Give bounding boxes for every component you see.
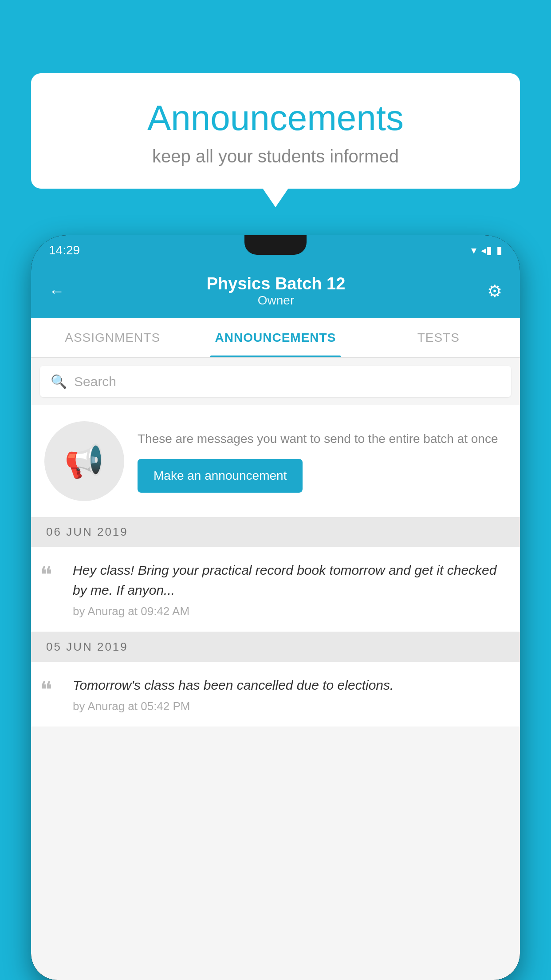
status-time: 14:29 <box>49 243 80 257</box>
status-bar: 14:29 ▾ ◂▮ ▮ <box>31 235 520 265</box>
prompt-description: These are messages you want to send to t… <box>138 430 507 448</box>
settings-icon[interactable]: ⚙ <box>487 281 502 301</box>
make-announcement-button[interactable]: Make an announcement <box>138 459 303 493</box>
tab-announcements[interactable]: ANNOUNCEMENTS <box>194 318 357 357</box>
back-button[interactable]: ← <box>49 282 65 300</box>
tab-bar: ASSIGNMENTS ANNOUNCEMENTS TESTS <box>31 318 520 358</box>
bubble-title: Announcements <box>58 98 493 138</box>
announcement-meta-2: by Anurag at 05:42 PM <box>73 699 507 713</box>
status-icons: ▾ ◂▮ ▮ <box>471 244 502 257</box>
speech-bubble-section: Announcements keep all your students inf… <box>31 73 520 189</box>
megaphone-icon: 📢 <box>64 443 104 480</box>
announcement-text-1: Hey class! Bring your practical record b… <box>73 560 507 618</box>
announcement-prompt-card: 📢 These are messages you want to send to… <box>31 405 520 517</box>
date-separator-2: 05 JUN 2019 <box>31 632 520 662</box>
tab-assignments[interactable]: ASSIGNMENTS <box>31 318 194 357</box>
announcement-item-1[interactable]: ❝ Hey class! Bring your practical record… <box>31 547 520 632</box>
tab-tests[interactable]: TESTS <box>357 318 520 357</box>
notch <box>244 235 307 255</box>
speech-bubble: Announcements keep all your students inf… <box>31 73 520 189</box>
bubble-subtitle: keep all your students informed <box>58 146 493 166</box>
signal-icon: ◂▮ <box>481 244 492 257</box>
date-separator-1: 06 JUN 2019 <box>31 517 520 547</box>
battery-icon: ▮ <box>496 244 502 257</box>
search-bar[interactable]: 🔍 Search <box>40 366 511 397</box>
wifi-icon: ▾ <box>471 244 476 257</box>
announcement-message-1: Hey class! Bring your practical record b… <box>73 560 507 600</box>
announcement-meta-1: by Anurag at 09:42 AM <box>73 605 507 618</box>
app-header: ← Physics Batch 12 Owner ⚙ <box>31 265 520 318</box>
phone-content: 14:29 ▾ ◂▮ ▮ ← Physics Batch 12 Owner ⚙ … <box>31 235 520 980</box>
announcement-message-2: Tomorrow's class has been cancelled due … <box>73 675 507 695</box>
search-input-placeholder[interactable]: Search <box>74 374 116 389</box>
megaphone-circle: 📢 <box>44 421 124 501</box>
header-center: Physics Batch 12 Owner <box>207 274 346 308</box>
prompt-right: These are messages you want to send to t… <box>138 430 507 493</box>
header-title: Physics Batch 12 <box>207 274 346 293</box>
header-subtitle: Owner <box>207 293 346 308</box>
announcement-item-2[interactable]: ❝ Tomorrow's class has been cancelled du… <box>31 662 520 727</box>
search-icon: 🔍 <box>51 374 67 389</box>
scrollable-content: 🔍 Search 📢 These are messages you want t… <box>31 358 520 980</box>
quote-icon-1: ❝ <box>40 564 62 587</box>
quote-icon-2: ❝ <box>40 679 62 702</box>
phone-frame: 14:29 ▾ ◂▮ ▮ ← Physics Batch 12 Owner ⚙ … <box>31 235 520 980</box>
announcement-text-2: Tomorrow's class has been cancelled due … <box>73 675 507 713</box>
